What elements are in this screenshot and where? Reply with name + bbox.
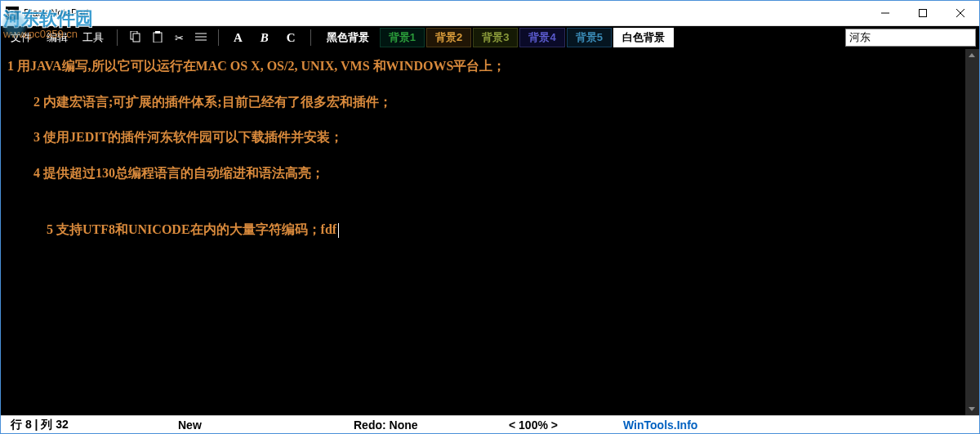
cut-button[interactable]: ✂ [170, 29, 189, 46]
status-redo: Redo: None [350, 418, 506, 432]
text-cursor [338, 223, 339, 238]
minimize-icon [881, 9, 889, 17]
list-button[interactable] [190, 29, 212, 46]
svg-rect-1 [920, 10, 927, 17]
bg5-button[interactable]: 背景5 [567, 28, 612, 47]
status-zoom[interactable]: < 100% > [506, 418, 620, 432]
bg-white-button[interactable]: 白色背景 [613, 28, 674, 47]
statusbar: 行 8 | 列 32 New Redo: None < 100% > WinTo… [1, 415, 979, 433]
editor-line: 4 提供超过130总编程语言的自动缩进和语法高亮； [7, 163, 973, 184]
bg3-button[interactable]: 背景3 [473, 28, 518, 47]
editor-line: 2 内建宏语言;可扩展的插件体系;目前已经有了很多宏和插件； [7, 92, 973, 113]
list-icon [195, 32, 207, 42]
editor-line: 1 用JAVA编写,所以它可以运行在MAC OS X, OS/2, UNIX, … [7, 56, 973, 77]
menu-file[interactable]: 文件 [4, 29, 38, 47]
minimize-button[interactable] [866, 1, 904, 25]
search-input[interactable] [845, 29, 976, 47]
svg-rect-6 [154, 33, 162, 43]
editor-line: 3 使用JEDIT的插件河东软件园可以下载插件并安装； [7, 127, 973, 148]
maximize-icon [919, 9, 927, 17]
cut-icon: ✂ [175, 32, 184, 44]
font-c-button[interactable]: C [278, 29, 304, 47]
toolbar: 文件 编辑 工具 ✂ A B C 黑色背景 背景1 背景2 背景3 背景4 背景… [1, 26, 979, 49]
status-position: 行 8 | 列 32 [7, 418, 175, 432]
menu-tools[interactable]: 工具 [76, 29, 110, 47]
close-icon [956, 9, 964, 17]
copy-button[interactable] [124, 29, 145, 47]
svg-rect-5 [133, 34, 140, 42]
window-title: Black NotePad [24, 7, 866, 19]
titlebar: B Black NotePad [1, 1, 979, 26]
divider [310, 29, 311, 46]
editor-area[interactable]: 1 用JAVA编写,所以它可以运行在MAC OS X, OS/2, UNIX, … [1, 49, 979, 415]
bg1-button[interactable]: 背景1 [380, 28, 425, 47]
app-icon: B [6, 7, 19, 20]
status-link[interactable]: WinTools.Info [620, 418, 701, 432]
bg-black-button[interactable]: 黑色背景 [318, 28, 378, 47]
divider [218, 29, 219, 46]
font-a-button[interactable]: A [225, 29, 251, 47]
paste-icon [152, 31, 163, 43]
menu-edit[interactable]: 编辑 [40, 29, 74, 47]
paste-button[interactable] [147, 29, 168, 47]
font-b-button[interactable]: B [252, 29, 277, 47]
bg2-button[interactable]: 背景2 [426, 28, 471, 47]
status-file-state: New [175, 418, 350, 432]
vertical-scrollbar[interactable] [965, 49, 979, 415]
bg4-button[interactable]: 背景4 [519, 28, 564, 47]
divider [117, 29, 118, 46]
maximize-button[interactable] [904, 1, 942, 25]
editor-line: 5 支持UTF8和UNICODE在内的大量字符编码；fdf [7, 198, 973, 261]
editor-text: 5 支持UTF8和UNICODE在内的大量字符编码；fdf [47, 222, 336, 236]
copy-icon [129, 31, 140, 43]
svg-rect-7 [155, 31, 160, 34]
close-button[interactable] [942, 1, 979, 25]
